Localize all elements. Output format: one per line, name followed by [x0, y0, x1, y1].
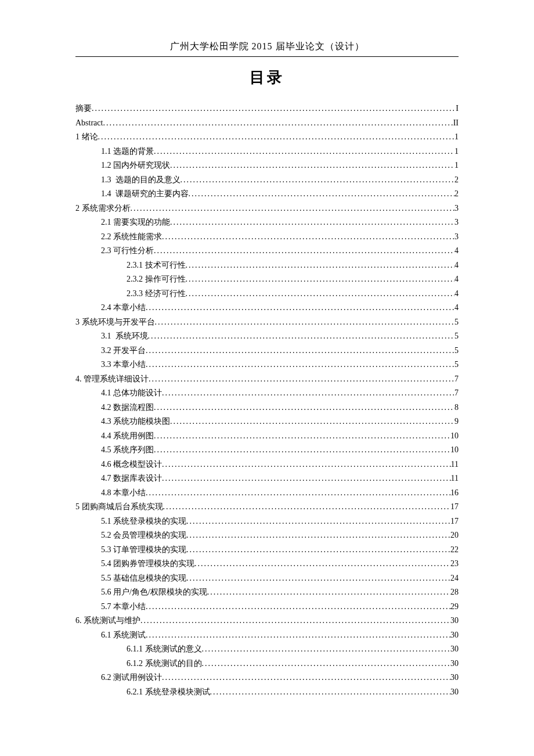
toc-entry-leader — [98, 130, 455, 145]
toc-entry-label: 3.3 本章小结 — [101, 358, 146, 372]
toc-entry: 5.4 团购券管理模块的实现23 — [75, 557, 459, 571]
toc-entry: 2.3.3 经济可行性4 — [75, 287, 459, 301]
toc-entry-label: 5.5 基础信息模块的实现 — [101, 571, 186, 586]
toc-entry-page: 17 — [450, 514, 459, 529]
toc-entry-page: 3 — [454, 215, 459, 230]
toc-entry: 4.6 概念模型设计11 — [75, 458, 459, 472]
toc-entry-page: 3 — [454, 230, 459, 244]
toc-entry-label: 4.4 系统用例图 — [101, 429, 154, 444]
toc-entry-leader — [194, 557, 450, 571]
toc-entry-label: 5.2 会员管理模块的实现 — [101, 528, 186, 543]
toc-entry: 摘要I — [75, 102, 459, 116]
toc-entry-leader — [146, 600, 450, 614]
toc-entry: 3.3 本章小结5 — [75, 358, 459, 372]
toc-entry-leader — [154, 401, 454, 415]
toc-entry-page: 1 — [454, 159, 459, 173]
toc-entry-leader — [186, 528, 450, 543]
toc-entry-page: 2 — [454, 187, 459, 201]
toc-entry-page: 2 — [454, 173, 459, 188]
toc-entry-page: 3 — [454, 201, 459, 216]
toc-entry-label: 1.4 课题研究的主要内容 — [101, 187, 189, 201]
toc-entry-leader — [186, 571, 450, 586]
toc-entry: 6.1.1 系统测试的意义30 — [75, 642, 459, 657]
toc-entry-label: 3.1 系统环境 — [101, 329, 148, 344]
toc-entry-page: I — [456, 102, 459, 116]
toc-entry: 1.1 选题的背景1 — [75, 145, 459, 159]
toc-entry-leader — [154, 443, 450, 458]
toc-entry-label: 4. 管理系统详细设计 — [75, 372, 149, 387]
toc-entry-leader — [170, 159, 454, 173]
toc-entry-page: 4 — [454, 272, 459, 287]
toc-entry-leader — [186, 258, 455, 273]
toc-entry-page: 30 — [450, 614, 459, 628]
toc-entry: 5.7 本章小结29 — [75, 600, 459, 614]
toc-entry-leader — [170, 215, 454, 230]
toc-entry: 4.3 系统功能模块图9 — [75, 415, 459, 429]
toc-entry-page: 4 — [454, 287, 459, 301]
toc-entry-page: 7 — [454, 372, 459, 387]
toc-entry-label: 4.7 数据库表设计 — [101, 471, 162, 486]
toc-entry-leader — [202, 657, 451, 671]
toc-entry-leader — [140, 614, 450, 628]
toc-entry: 4.2 数据流程图8 — [75, 401, 459, 415]
toc-entry-page: 4 — [454, 244, 459, 258]
toc-entry-label: 2 系统需求分析 — [75, 201, 131, 216]
toc-entry-page: 5 — [454, 329, 459, 344]
toc-entry-page: 4 — [454, 301, 459, 315]
toc-entry-leader — [162, 386, 454, 401]
toc-entry: AbstractII — [75, 116, 459, 131]
toc-title: 目录 — [75, 67, 459, 88]
toc-entry-leader — [162, 671, 450, 685]
toc-entry-leader — [186, 287, 455, 301]
toc-entry-page: 24 — [450, 571, 459, 586]
toc-entry: 4.5 系统序列图10 — [75, 443, 459, 458]
toc-entry-label: 1 绪论 — [75, 130, 98, 145]
toc-entry-leader — [146, 301, 454, 315]
toc-entry-leader — [146, 358, 454, 372]
toc-entry-page: 11 — [451, 471, 459, 486]
toc-entry: 6. 系统测试与维护30 — [75, 614, 459, 628]
toc-entry: 4.4 系统用例图10 — [75, 429, 459, 444]
toc-entry-label: 摘要 — [75, 102, 92, 116]
toc-entry-label: 4.1 总体功能设计 — [101, 386, 162, 401]
toc-entry-leader — [189, 187, 455, 201]
toc-entry: 1 绪论1 — [75, 130, 459, 145]
toc-entry-page: 30 — [450, 657, 459, 671]
toc-entry-leader — [170, 415, 454, 429]
toc-entry-leader — [207, 585, 450, 600]
toc-entry-page: 10 — [450, 429, 459, 444]
toc-entry: 6.2 测试用例设计30 — [75, 671, 459, 685]
toc-entry: 5.3 订单管理模块的实现22 — [75, 543, 459, 557]
toc-entry-label: 6.2 测试用例设计 — [101, 671, 162, 685]
toc-entry-page: 1 — [454, 145, 459, 159]
toc-entry: 6.1.2 系统测试的目的30 — [75, 657, 459, 671]
toc-entry-label: 6.2.1 系统登录模块测试 — [127, 685, 210, 700]
toc-entry-page: 10 — [450, 443, 459, 458]
toc-entry-label: 2.3.3 经济可行性 — [127, 287, 186, 301]
toc-entry-leader — [186, 543, 450, 557]
toc-entry-page: 20 — [450, 528, 459, 543]
toc-entry-leader — [149, 372, 454, 387]
toc-entry: 5.1 系统登录模块的实现17 — [75, 514, 459, 529]
toc-entry-leader — [186, 514, 450, 529]
toc-entry-label: 2.4 本章小结 — [101, 301, 146, 315]
toc-entry-label: 6.1 系统测试 — [101, 628, 146, 643]
toc-entry: 6.2.1 系统登录模块测试30 — [75, 685, 459, 700]
toc-entry-page: 4 — [454, 258, 459, 273]
toc-entry-leader — [162, 471, 451, 486]
toc-entry-page: 5 — [454, 358, 459, 372]
toc-entry-leader — [202, 642, 451, 657]
toc-entry-leader — [146, 486, 450, 501]
toc-entry-leader — [103, 116, 453, 131]
toc-entry-page: 23 — [450, 557, 459, 571]
toc-entry-leader — [155, 315, 455, 330]
toc-entry-label: 1.1 选题的背景 — [101, 145, 154, 159]
toc-entry-label: 1.3 选题的目的及意义 — [101, 173, 181, 188]
toc-entry-label: 2.3 可行性分析 — [101, 244, 154, 258]
toc-entry: 2.3.2 操作可行性4 — [75, 272, 459, 287]
toc-entry-label: 4.8 本章小结 — [101, 486, 146, 501]
toc-entry: 2.1 需要实现的功能3 — [75, 215, 459, 230]
toc-entry-label: 5.7 本章小结 — [101, 600, 146, 614]
toc-entry-label: 3.2 开发平台 — [101, 344, 146, 358]
toc-entry: 2.3.1 技术可行性4 — [75, 258, 459, 273]
